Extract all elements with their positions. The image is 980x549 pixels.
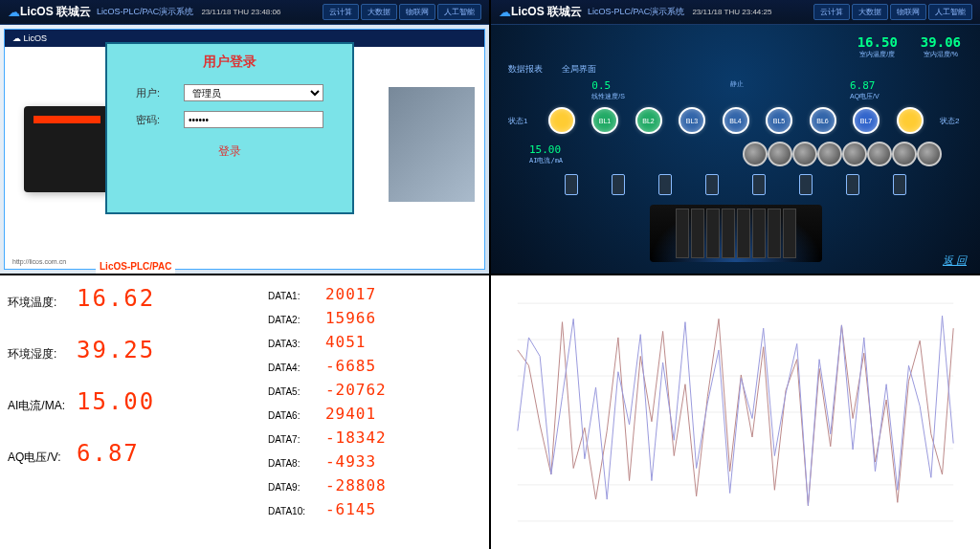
switch-8[interactable] bbox=[893, 174, 906, 195]
knob-3[interactable] bbox=[792, 142, 817, 166]
big-label-3: AQ电压/V: bbox=[8, 450, 77, 466]
data-label-9: DATA10: bbox=[268, 506, 325, 516]
header-buttons: 云计算 大数据 物联网 人工智能 bbox=[813, 4, 972, 20]
logo-text: LicOS 联城云 bbox=[511, 4, 582, 20]
switch-5[interactable] bbox=[752, 174, 766, 195]
switch-2[interactable] bbox=[612, 174, 625, 195]
data-label-6: DATA7: bbox=[268, 434, 325, 445]
plc-rack-image bbox=[650, 205, 822, 262]
btn-ai[interactable]: 人工智能 bbox=[437, 4, 481, 20]
data-label-2: DATA3: bbox=[268, 339, 325, 349]
header-bar: ☁ LicOS 联城云 LicOS-PLC/PAC演示系统 23/11/18 T… bbox=[0, 0, 489, 25]
data-value-4: -20762 bbox=[325, 381, 387, 399]
bulb-bl2[interactable]: BL2 bbox=[635, 107, 662, 134]
aq-value: 6.87 bbox=[850, 79, 880, 92]
data-label-0: DATA1: bbox=[268, 291, 325, 301]
data-value-7: -4933 bbox=[325, 452, 376, 471]
cloud-icon: ☁ LicOS bbox=[12, 33, 47, 43]
reading-hum: 39.06 bbox=[921, 34, 961, 50]
bulb-bl4[interactable]: BL4 bbox=[723, 107, 749, 134]
btn-ai[interactable]: 人工智能 bbox=[928, 4, 972, 20]
data-value-8: -28808 bbox=[325, 476, 387, 494]
switch-7[interactable] bbox=[846, 174, 859, 195]
btn-bigdata[interactable]: 大数据 bbox=[852, 4, 888, 20]
data-label-5: DATA6: bbox=[268, 410, 325, 421]
left-side-label: 状态1 bbox=[508, 116, 531, 126]
big-label-1: 环境湿度: bbox=[8, 346, 77, 362]
login-modal: 用户登录 用户: 管理员 密码: 登录 bbox=[105, 42, 354, 214]
login-title: 用户登录 bbox=[117, 54, 343, 71]
knob-1[interactable] bbox=[743, 142, 768, 166]
tab-global[interactable]: 全局界面 bbox=[562, 63, 596, 76]
data-value-9: -6145 bbox=[325, 500, 376, 518]
aq-label: AQ电压/V bbox=[850, 92, 880, 101]
switch-1[interactable] bbox=[565, 174, 578, 195]
logo-icon: ☁ bbox=[8, 5, 20, 19]
btn-bigdata[interactable]: 大数据 bbox=[361, 4, 397, 20]
status-label: 静止 bbox=[730, 79, 744, 89]
data-value-1: 15966 bbox=[325, 309, 376, 327]
bottom-product-label: LicOS-PLC/PAC bbox=[96, 259, 175, 274]
data-value-5: 29401 bbox=[325, 405, 376, 423]
bulb-bl6[interactable]: BL6 bbox=[810, 107, 836, 134]
big-value-0: 16.62 bbox=[77, 285, 155, 312]
btn-cloud[interactable]: 云计算 bbox=[813, 4, 850, 20]
right-side-label: 状态2 bbox=[940, 116, 963, 126]
switch-4[interactable] bbox=[705, 174, 719, 195]
knob-2[interactable] bbox=[768, 142, 792, 166]
big-label-2: AI电流/MA: bbox=[8, 398, 77, 414]
data-label-7: DATA8: bbox=[268, 458, 325, 469]
btn-iot[interactable]: 物联网 bbox=[890, 4, 926, 20]
back-link[interactable]: 返 回 bbox=[943, 253, 967, 268]
tab-report[interactable]: 数据报表 bbox=[508, 63, 543, 76]
dashboard-body: 16.50室内温度/度 39.06室内湿度/% 数据报表 全局界面 0.5线性速… bbox=[491, 29, 980, 274]
web-url: http://licos.com.cn bbox=[12, 258, 66, 265]
system-title: LicOS-PLC/PAC演示系统 bbox=[97, 6, 193, 18]
user-label: 用户: bbox=[136, 86, 184, 100]
btn-cloud[interactable]: 云计算 bbox=[323, 4, 359, 20]
big-value-1: 39.25 bbox=[77, 337, 155, 363]
login-panel: ☁ LicOS 联城云 LicOS-PLC/PAC演示系统 23/11/18 T… bbox=[0, 0, 489, 274]
web-footer: http://licos.com.cn bbox=[12, 258, 477, 265]
big-value-3: 6.87 bbox=[77, 440, 140, 467]
data-value-0: 20017 bbox=[325, 285, 376, 303]
speed-label: 线性速度/S bbox=[591, 92, 625, 101]
bulb-left[interactable] bbox=[548, 107, 575, 134]
chart-panel bbox=[491, 275, 980, 549]
header-buttons: 云计算 大数据 物联网 人工智能 bbox=[323, 4, 481, 20]
password-label: 密码: bbox=[136, 113, 184, 127]
bulb-right[interactable] bbox=[897, 107, 924, 134]
bulb-bl1[interactable]: BL1 bbox=[591, 107, 618, 134]
knob-5[interactable] bbox=[842, 142, 867, 166]
data-value-3: -6685 bbox=[325, 357, 376, 375]
data-value-2: 4051 bbox=[325, 333, 367, 351]
bulb-bl5[interactable]: BL5 bbox=[766, 107, 792, 134]
switch-3[interactable] bbox=[658, 174, 672, 195]
bulb-bl3[interactable]: BL3 bbox=[679, 107, 705, 134]
reading-hum-label: 室内湿度/% bbox=[921, 50, 961, 59]
speed-value: 0.5 bbox=[591, 79, 625, 92]
user-select[interactable]: 管理员 bbox=[184, 84, 323, 101]
knob-6[interactable] bbox=[867, 142, 892, 166]
data-label-8: DATA9: bbox=[268, 482, 325, 493]
data-label-3: DATA4: bbox=[268, 362, 325, 373]
ai-current-label: AI电流/mA bbox=[529, 156, 563, 165]
logo-text: LicOS 联城云 bbox=[20, 4, 91, 20]
switch-6[interactable] bbox=[799, 174, 813, 195]
header-bar-2: ☁ LicOS 联城云 LicOS-PLC/PAC演示系统 23/11/18 T… bbox=[491, 0, 980, 25]
btn-iot[interactable]: 物联网 bbox=[399, 4, 435, 20]
reading-temp: 16.50 bbox=[858, 34, 898, 50]
data-label-1: DATA2: bbox=[268, 315, 325, 325]
trend-chart bbox=[499, 283, 972, 541]
login-button[interactable]: 登录 bbox=[117, 143, 343, 160]
knob-4[interactable] bbox=[817, 142, 842, 166]
bulb-bl7[interactable]: BL7 bbox=[853, 107, 880, 134]
system-title: LicOS-PLC/PAC演示系统 bbox=[588, 6, 684, 18]
big-value-2: 15.00 bbox=[77, 388, 155, 415]
knob-7[interactable] bbox=[892, 142, 917, 166]
device-image bbox=[24, 106, 110, 192]
password-input[interactable] bbox=[184, 111, 323, 128]
knob-8[interactable] bbox=[917, 142, 942, 166]
big-label-0: 环境温度: bbox=[8, 295, 77, 311]
dashboard-panel: ☁ LicOS 联城云 LicOS-PLC/PAC演示系统 23/11/18 T… bbox=[491, 0, 980, 274]
